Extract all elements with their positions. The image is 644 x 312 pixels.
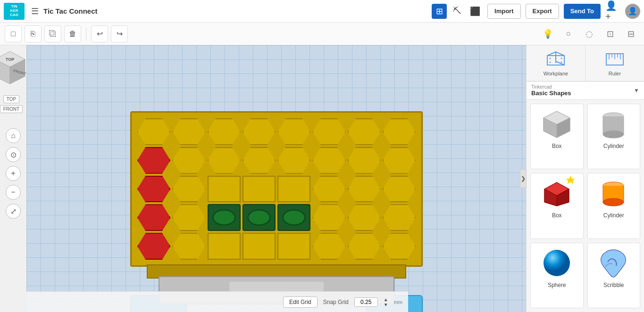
copy-design-button[interactable]: ⎘ bbox=[25, 25, 42, 42]
tinkercad-logo[interactable]: TINKERCAD bbox=[4, 3, 25, 20]
box-red-icon bbox=[540, 177, 573, 210]
svg-line-5 bbox=[556, 52, 564, 56]
board-main bbox=[130, 111, 423, 267]
hex-cell bbox=[208, 147, 241, 174]
canvas-area[interactable]: Edit Grid Snap Grid ▲ ▼ mm bbox=[26, 45, 526, 312]
front-view-label[interactable]: FRONT bbox=[0, 105, 23, 113]
cube-top-label: TOP bbox=[5, 57, 14, 62]
hex-filled-green bbox=[277, 204, 310, 231]
shape-box-red[interactable]: Box bbox=[530, 173, 584, 238]
hex-cell bbox=[312, 204, 345, 231]
export-button[interactable]: Export bbox=[526, 4, 559, 19]
hex-cell bbox=[348, 233, 381, 260]
view-cube-container: TOP FRONT bbox=[0, 49, 29, 91]
zoom-in-button[interactable]: + bbox=[6, 166, 21, 181]
snap-up-arrow[interactable]: ▲ bbox=[384, 297, 388, 302]
home-view-button[interactable]: ⌂ bbox=[6, 128, 21, 143]
project-menu-icon[interactable]: ☰ bbox=[31, 6, 39, 16]
hex-cell bbox=[172, 233, 205, 260]
delete-button[interactable]: 🗑 bbox=[64, 25, 81, 42]
fit-view-button[interactable]: ⤢ bbox=[6, 204, 21, 219]
svg-point-26 bbox=[603, 131, 624, 138]
hex-cell bbox=[348, 147, 381, 174]
main-area: TOP FRONT TOP FRONT ⌂ ⊙ + − ⤢ bbox=[0, 45, 644, 312]
svg-point-13 bbox=[561, 62, 562, 63]
hex-cell-red bbox=[137, 233, 170, 260]
light-icon[interactable]: 💡 bbox=[539, 25, 556, 42]
top-view-label[interactable]: TOP bbox=[3, 95, 19, 103]
user-avatar[interactable]: 👤 bbox=[625, 4, 640, 19]
circle-dot-icon[interactable]: ◌ bbox=[581, 25, 598, 42]
shape-cylinder-orange[interactable]: Cylinder bbox=[587, 173, 641, 238]
hex-cell bbox=[208, 118, 241, 145]
svg-marker-32 bbox=[566, 176, 575, 184]
import-button[interactable]: Import bbox=[487, 4, 520, 19]
hex-cell bbox=[312, 118, 345, 145]
hex-cell bbox=[312, 147, 345, 174]
logo-text: TINKERCAD bbox=[10, 5, 18, 17]
cylinder-orange-icon bbox=[597, 177, 630, 210]
toolbar-divider bbox=[86, 27, 86, 41]
hex-cell bbox=[348, 176, 381, 203]
hex-cell bbox=[383, 176, 416, 203]
new-design-button[interactable]: □ bbox=[5, 25, 22, 42]
nav-build-icon[interactable]: ⛏ bbox=[450, 4, 465, 19]
mirror-icon[interactable]: ⊟ bbox=[622, 25, 639, 42]
hex-cell bbox=[172, 118, 205, 145]
grid-square-icon[interactable]: ⊡ bbox=[602, 25, 619, 42]
snap-value-input[interactable] bbox=[354, 297, 378, 307]
undo-button[interactable]: ↩ bbox=[91, 25, 108, 42]
select-button[interactable]: ⊙ bbox=[6, 147, 21, 162]
statusbar: Edit Grid Snap Grid ▲ ▼ mm bbox=[26, 291, 408, 312]
cylinder-gray-icon bbox=[597, 108, 630, 141]
basic-shapes-label: Basic Shapes bbox=[531, 90, 632, 97]
hex-cell bbox=[348, 118, 381, 145]
snap-grid-label: Snap Grid bbox=[323, 299, 349, 305]
svg-point-10 bbox=[561, 58, 562, 59]
dropdown-arrow-icon[interactable]: ▼ bbox=[634, 87, 639, 94]
collapse-panel-button[interactable]: ❯ bbox=[520, 169, 527, 188]
project-title: Tic Tac Connect bbox=[43, 7, 97, 15]
hex-oval-bottom bbox=[277, 233, 310, 260]
cylinder-orange-label: Cylinder bbox=[603, 212, 624, 219]
viewport-controls: TOP FRONT TOP FRONT ⌂ ⊙ + − ⤢ bbox=[0, 45, 26, 312]
svg-point-9 bbox=[555, 58, 557, 59]
redo-button[interactable]: ↪ bbox=[111, 25, 128, 42]
shape-cylinder-gray[interactable]: Cylinder bbox=[587, 104, 641, 169]
hex-cell-red bbox=[137, 147, 170, 174]
svg-point-12 bbox=[555, 62, 557, 63]
snap-arrows[interactable]: ▲ ▼ bbox=[384, 297, 388, 307]
sendto-button[interactable]: Send To bbox=[564, 4, 601, 19]
shape-sphere-blue[interactable]: Sphere bbox=[530, 243, 584, 308]
hex-cell-red bbox=[137, 176, 170, 203]
snap-down-arrow[interactable]: ▼ bbox=[384, 302, 388, 307]
hex-cell bbox=[383, 118, 416, 145]
nav-sim-icon[interactable]: ⬛ bbox=[468, 4, 483, 19]
svg-point-8 bbox=[550, 58, 551, 59]
duplicate-button[interactable]: ⿻ bbox=[44, 25, 61, 42]
hex-cell bbox=[277, 118, 310, 145]
shape-scribble[interactable]: Scribble bbox=[587, 243, 641, 308]
ruler-icon bbox=[605, 50, 624, 69]
3d-model bbox=[102, 111, 432, 312]
nav-3d-view-icon[interactable]: ⊞ bbox=[432, 4, 447, 19]
shape-box-gray[interactable]: Box bbox=[530, 104, 584, 169]
workplane-tool[interactable]: Workplane bbox=[527, 45, 585, 81]
hex-cell bbox=[312, 176, 345, 203]
hex-cell bbox=[312, 233, 345, 260]
box-gray-label: Box bbox=[552, 143, 562, 149]
ruler-tool[interactable]: Ruler bbox=[585, 45, 644, 81]
edit-grid-button[interactable]: Edit Grid bbox=[283, 296, 318, 308]
box-gray-icon bbox=[540, 108, 573, 141]
svg-line-6 bbox=[556, 61, 564, 65]
workplane-icon bbox=[546, 50, 565, 69]
hex-cell bbox=[348, 204, 381, 231]
shape-icon[interactable]: ○ bbox=[560, 25, 577, 42]
scribble-icon bbox=[597, 247, 630, 280]
snap-unit-label: mm bbox=[394, 299, 402, 305]
zoom-out-button[interactable]: − bbox=[6, 185, 21, 200]
hex-cell bbox=[137, 118, 170, 145]
hex-oval-bottom bbox=[243, 233, 276, 260]
add-user-icon[interactable]: 👤+ bbox=[605, 4, 620, 19]
svg-line-4 bbox=[547, 52, 556, 56]
